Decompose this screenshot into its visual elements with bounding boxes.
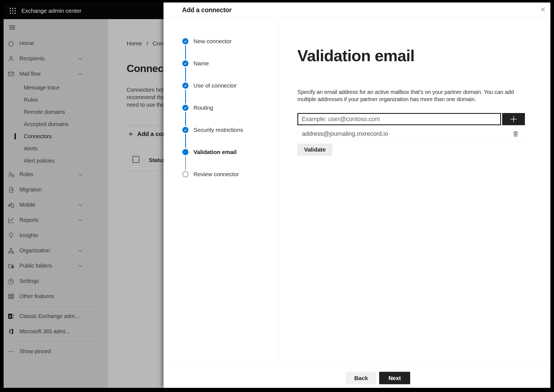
email-input[interactable] xyxy=(297,113,501,125)
wizard-step-security-restrictions[interactable]: Security restrictions xyxy=(164,119,278,141)
plus-icon xyxy=(509,115,518,123)
divider xyxy=(297,141,525,142)
wizard-step-label: Security restrictions xyxy=(193,127,243,133)
wizard-step-use-of-connector[interactable]: Use of connector xyxy=(164,75,278,97)
step-check-icon xyxy=(182,127,188,133)
trash-icon xyxy=(512,130,519,137)
dialog-footer: Back Next xyxy=(164,366,550,388)
wizard-step-new-connector[interactable]: New connector xyxy=(164,30,278,52)
wizard-stepper: New connectorNameUse of connectorRouting… xyxy=(164,18,278,366)
step-description: Specify an email address for an active m… xyxy=(297,88,526,103)
email-input-row xyxy=(297,113,525,125)
dialog-body: New connectorNameUse of connectorRouting… xyxy=(164,18,550,366)
app-title: Exchange admin center xyxy=(21,7,81,14)
delete-address-button[interactable] xyxy=(512,130,519,137)
step-current-dot xyxy=(182,149,188,155)
step-check-icon xyxy=(182,105,188,111)
validate-button[interactable]: Validate xyxy=(297,144,332,156)
dialog-header: Add a connector xyxy=(164,2,550,18)
step-empty-circle xyxy=(182,171,188,177)
wizard-step-label: Validation email xyxy=(193,149,237,155)
app-launcher-waffle-icon[interactable] xyxy=(8,6,17,16)
next-button[interactable]: Next xyxy=(379,372,410,384)
validation-address-row: address@journaling.mxrecord.io xyxy=(297,128,525,140)
app-screen: Exchange admin center HomeRecipientsMail… xyxy=(4,2,550,388)
wizard-step-label: Use of connector xyxy=(193,82,237,89)
wizard-step-validation-email[interactable]: Validation email xyxy=(164,141,278,163)
wizard-step-routing[interactable]: Routing xyxy=(164,97,278,119)
close-button[interactable] xyxy=(538,4,548,15)
validation-address: address@journaling.mxrecord.io xyxy=(302,130,388,137)
back-button[interactable]: Back xyxy=(346,372,376,384)
step-check-icon xyxy=(182,60,188,66)
wizard-step-label: Review connector xyxy=(193,171,239,178)
add-email-button[interactable] xyxy=(502,113,525,125)
step-check-icon xyxy=(182,38,188,44)
validation-email-panel: Validation email Specify an email addres… xyxy=(278,18,550,366)
wizard-step-name[interactable]: Name xyxy=(164,52,278,75)
dialog-title: Add a connector xyxy=(182,2,231,18)
add-connector-dialog: Add a connector New connectorNameUse of … xyxy=(164,2,550,388)
step-heading: Validation email xyxy=(297,48,414,64)
close-icon xyxy=(540,6,546,12)
step-check-icon xyxy=(182,83,188,89)
wizard-step-label: Name xyxy=(193,60,209,67)
wizard-step-label: New connector xyxy=(193,38,231,45)
wizard-step-review-connector[interactable]: Review connector xyxy=(164,163,278,185)
wizard-step-label: Routing xyxy=(193,104,213,111)
